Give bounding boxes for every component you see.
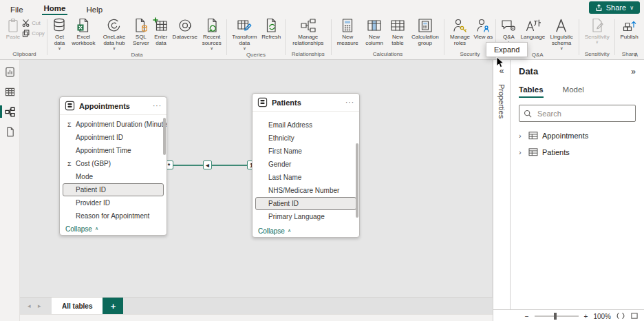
sql-server-icon [133,17,149,34]
arrow-left-icon: ◀ [206,163,209,167]
field-row[interactable]: Σ Patient ID [255,197,356,210]
excel-workbook-button[interactable]: Excel workbook [69,17,98,47]
card-scrollbar[interactable] [356,143,358,218]
manage-relationships-button[interactable]: Manage relationships [288,17,329,47]
tree-item[interactable]: › Appointments [519,127,636,144]
report-view-button[interactable] [0,65,19,78]
field-row[interactable]: Σ Appointment Duration (Minutes) [63,118,164,131]
field-row[interactable]: Σ NHS/Medicare Number [255,184,356,197]
tab-model[interactable]: Model [563,85,584,98]
more-options-icon[interactable]: ··· [153,102,162,110]
manage-roles-button[interactable]: Manage roles [447,17,473,47]
new-measure-button[interactable]: New measure [334,17,362,47]
new-column-button[interactable]: New column [362,17,387,47]
tab-help[interactable]: Help [84,3,105,15]
table-title: Appointments [79,102,149,110]
field-row[interactable]: Σ First Name [255,145,356,158]
collapse-table-link[interactable]: Collapse∧ [60,222,167,235]
table-card-header[interactable]: Patients ··· [253,94,359,112]
field-row[interactable]: Σ Appointment Time [63,144,164,157]
tab-scroll-left-icon[interactable]: ◂ [28,303,34,309]
field-row[interactable]: Σ Patient ID [63,183,164,196]
chevron-down-icon: ∨ [630,5,634,11]
language-button[interactable]: Language [519,17,546,41]
zoom-level: 100% [593,313,611,320]
tab-file[interactable]: File [8,3,25,15]
recent-sources-icon [204,17,220,34]
model-diagram-canvas[interactable]: * ◀ 1 Appointments ··· Σ [20,60,493,297]
field-row[interactable]: Σ Mode [63,170,164,183]
dax-query-view-button[interactable] [0,125,19,138]
field-row[interactable]: Σ Provider ID [63,196,164,209]
table-card-patients[interactable]: Patients ··· Σ Email Address Σ [252,93,360,238]
new-table-button[interactable]: New table [387,17,408,47]
onelake-data-hub-button[interactable]: OneLake data hub∨ [98,17,131,52]
search-box[interactable] [519,105,636,122]
field-row[interactable]: Σ Last Name [255,171,356,184]
sql-server-button[interactable]: SQL Server [131,17,151,47]
table-card-appointments[interactable]: Appointments ··· Σ Appointment Duration … [59,96,167,236]
zoom-out-icon[interactable]: − [525,313,529,320]
chevron-right-icon[interactable]: › [519,132,524,140]
field-row[interactable]: Σ Primary Language [255,210,356,223]
chevron-right-icon[interactable]: › [519,148,524,156]
tree-item[interactable]: › Patients [519,144,636,160]
recent-sources-button[interactable]: Recent sources∨ [199,17,224,52]
table-icon [528,132,538,140]
collapse-table-link[interactable]: Collapse∧ [253,225,359,237]
table-view-button[interactable] [0,85,19,98]
transform-data-button[interactable]: Transform data∨ [229,17,260,52]
calculation-group-button[interactable]: Calculation group [409,17,442,47]
more-options-icon[interactable]: ··· [345,99,354,106]
collapse-ribbon-icon[interactable]: ∧ [634,51,638,58]
dropdown-chevron-icon: ∨ [560,46,563,51]
publish-button[interactable]: Publish [617,17,641,41]
dax-query-view-icon [5,127,15,137]
paste-icon [5,17,21,34]
new-measure-label: New measure [334,34,362,46]
table-icon [528,148,538,156]
add-layout-button[interactable]: + [103,298,123,314]
tab-home[interactable]: Home [42,2,68,15]
status-strip [20,314,493,321]
field-row[interactable]: Σ Gender [255,158,356,171]
view-as-button[interactable]: View as [473,17,493,41]
page-tab-bar: ◂ ▸ All tables + [20,297,493,314]
zoom-slider[interactable] [535,315,579,317]
field-label: Cost (GBP) [76,160,111,167]
field-list: Σ Email Address Σ Ethnicity Σ Firs [253,112,359,225]
linguistic-schema-button[interactable]: Linguistic schema∨ [546,17,577,52]
zoom-in-icon[interactable]: + [584,313,588,320]
cut-icon [22,19,30,27]
person-key-icon [451,17,468,34]
transform-data-icon [236,17,253,34]
reset-zoom-icon[interactable] [630,312,638,321]
dataverse-button[interactable]: Dataverse [171,17,199,41]
field-row[interactable]: Σ Appointment ID [63,131,164,144]
field-row[interactable]: Σ Reason for Appointment [63,209,164,222]
field-row[interactable]: Σ Cost (GBP) [63,157,164,170]
refresh-button[interactable]: Refresh [260,17,283,41]
search-input[interactable] [536,109,631,118]
tab-scroll-right-icon[interactable]: ▸ [38,303,44,309]
chevron-up-icon: ∧ [95,226,98,231]
copy-button: Copy [22,30,45,37]
share-label: Share [606,3,626,12]
field-row[interactable]: Σ Email Address [255,118,356,132]
field-row[interactable]: Σ Ethnicity [255,132,356,145]
search-icon [524,110,532,118]
fit-to-screen-icon[interactable] [616,312,625,321]
ribbon-group-data: Get data∨ Excel workbook OneLake data hu… [50,17,224,59]
tab-all-tables[interactable]: All tables [52,298,103,314]
zoom-slider-thumb[interactable] [554,313,557,320]
collapse-data-pane-icon[interactable]: » [631,67,636,76]
get-data-button[interactable]: Get data∨ [50,17,69,52]
share-button[interactable]: Share ∨ [589,1,640,14]
model-view-button[interactable] [0,105,19,118]
table-card-header[interactable]: Appointments ··· [60,97,167,115]
onelake-icon [106,17,122,34]
enter-data-button[interactable]: Enter data [151,17,171,47]
data-pane: Data » Tables Model [510,60,644,309]
card-scrollbar[interactable] [163,118,166,155]
tab-tables[interactable]: Tables [519,85,544,98]
